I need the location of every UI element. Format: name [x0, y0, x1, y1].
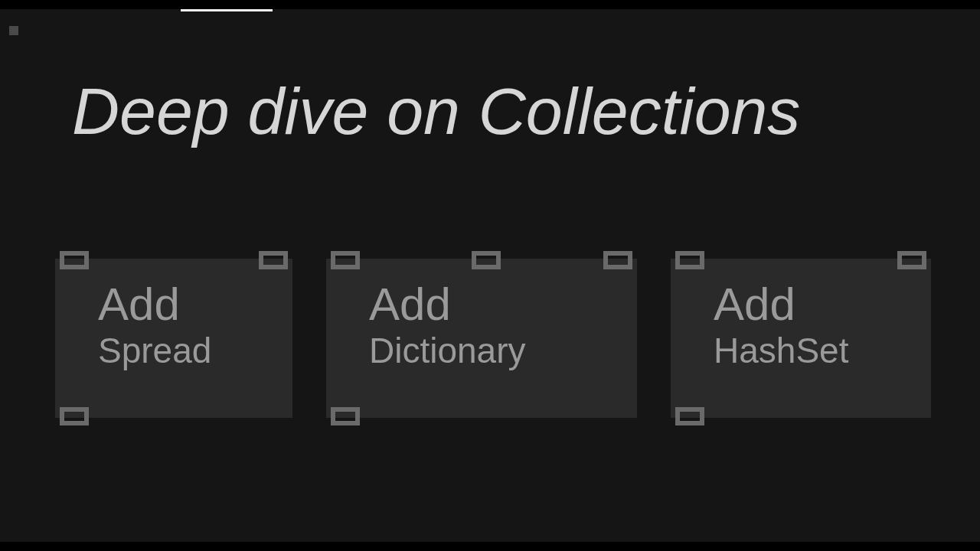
node-title: Add	[369, 282, 637, 328]
port-icon[interactable]	[331, 407, 360, 425]
node-add-hashset[interactable]: Add HashSet	[671, 259, 931, 418]
port-icon[interactable]	[259, 251, 288, 269]
canvas-origin-marker	[9, 26, 18, 35]
node-subtitle: Spread	[98, 332, 292, 369]
node-add-dictionary[interactable]: Add Dictionary	[326, 259, 637, 418]
port-icon[interactable]	[603, 251, 632, 269]
node-row: Add Spread Add Dictionary Add HashSet	[55, 259, 931, 418]
node-title: Add	[714, 282, 931, 328]
tab-indicator	[181, 9, 273, 11]
port-icon[interactable]	[472, 251, 501, 269]
port-icon[interactable]	[675, 251, 704, 269]
patch-canvas[interactable]: Deep dive on Collections Add Spread Add …	[0, 9, 980, 542]
port-icon[interactable]	[897, 251, 926, 269]
port-icon[interactable]	[675, 407, 704, 425]
node-title: Add	[98, 282, 292, 328]
letterbox-bottom	[0, 542, 980, 551]
letterbox-top	[0, 0, 980, 9]
port-icon[interactable]	[60, 407, 89, 425]
port-icon[interactable]	[60, 251, 89, 269]
port-icon[interactable]	[331, 251, 360, 269]
node-subtitle: HashSet	[714, 332, 931, 369]
node-add-spread[interactable]: Add Spread	[55, 259, 292, 418]
node-subtitle: Dictionary	[369, 332, 637, 369]
page-title: Deep dive on Collections	[72, 73, 800, 149]
